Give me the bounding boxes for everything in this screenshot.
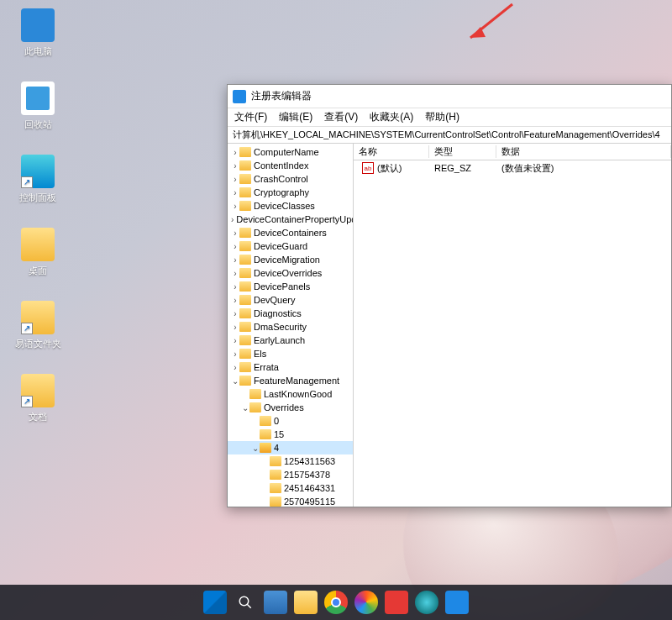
tree-item[interactable]: ›Errata bbox=[228, 360, 353, 374]
tree-item[interactable]: ›DeviceGuard bbox=[228, 239, 353, 253]
chevron-right-icon[interactable]: › bbox=[231, 161, 239, 171]
shortcut-arrow-icon: ↗ bbox=[21, 323, 33, 334]
folder-icon bbox=[239, 241, 251, 251]
tree-item[interactable]: ›CrashControl bbox=[228, 172, 353, 186]
tree-item[interactable]: ›Cryptography bbox=[228, 186, 353, 199]
chevron-down-icon[interactable]: ⌄ bbox=[241, 403, 249, 412]
chevron-right-icon[interactable]: › bbox=[231, 215, 234, 224]
folder-icon bbox=[239, 349, 251, 359]
tree-item-label: DeviceOverrides bbox=[254, 268, 322, 278]
folder-icon bbox=[270, 470, 281, 480]
chevron-down-icon[interactable]: ⌄ bbox=[251, 444, 260, 453]
tree-item[interactable]: ›DmaSecurity bbox=[228, 320, 353, 334]
tree-item[interactable]: ›DeviceContainerPropertyUpda bbox=[228, 213, 353, 226]
tree-item[interactable]: 215754378 bbox=[228, 468, 353, 481]
tree-item[interactable]: LastKnownGood bbox=[228, 387, 353, 401]
tree-item[interactable]: ›ContentIndex bbox=[228, 159, 353, 172]
tree-item-label: 215754378 bbox=[284, 470, 330, 480]
tree-item[interactable]: ›DevQuery bbox=[228, 293, 353, 307]
taskbar-app-icon[interactable] bbox=[445, 591, 469, 614]
chevron-right-icon[interactable]: › bbox=[231, 202, 239, 211]
folder-icon bbox=[239, 255, 251, 265]
folder-icon bbox=[239, 322, 251, 332]
tree-item[interactable]: ›DeviceClasses bbox=[228, 199, 353, 213]
tree-item[interactable]: ›DevicePanels bbox=[228, 280, 353, 293]
desktop-icon-label: 易语文件夹 bbox=[15, 338, 61, 350]
tree-item[interactable]: ›DeviceContainers bbox=[228, 226, 353, 239]
start-button[interactable] bbox=[203, 591, 227, 614]
chevron-right-icon[interactable]: › bbox=[231, 336, 239, 345]
file-explorer-icon[interactable] bbox=[294, 591, 318, 614]
tree-item[interactable]: 15 bbox=[228, 428, 353, 441]
chevron-right-icon[interactable]: › bbox=[231, 363, 239, 372]
menu-help[interactable]: 帮助(H) bbox=[425, 110, 459, 124]
chevron-right-icon[interactable]: › bbox=[231, 229, 239, 238]
desktop-icon-folder[interactable]: ↗文档 bbox=[8, 374, 67, 423]
chevron-right-icon[interactable]: › bbox=[231, 296, 239, 305]
regedit-window: 注册表编辑器 文件(F) 编辑(E) 查看(V) 收藏夹(A) 帮助(H) 计算… bbox=[227, 84, 672, 507]
chevron-down-icon[interactable]: ⌄ bbox=[231, 376, 239, 386]
titlebar[interactable]: 注册表编辑器 bbox=[228, 85, 671, 108]
value-row[interactable]: ab(默认)REG_SZ(数值未设置) bbox=[354, 160, 671, 176]
menu-file[interactable]: 文件(F) bbox=[234, 110, 267, 124]
folder-icon bbox=[270, 456, 281, 466]
taskbar-search-icon[interactable] bbox=[234, 591, 257, 614]
tree-item[interactable]: ⌄4 bbox=[228, 441, 353, 454]
folder-icon bbox=[239, 295, 251, 305]
tree-item[interactable]: 2570495115 bbox=[228, 495, 353, 507]
tree-item-label: DeviceMigration bbox=[254, 255, 320, 265]
chevron-right-icon[interactable]: › bbox=[231, 242, 239, 251]
desktop-icon-folder[interactable]: ↗易语文件夹 bbox=[8, 301, 67, 350]
tree-item[interactable]: ›ComputerName bbox=[228, 145, 353, 159]
desktop-icon-cpl[interactable]: ↗控制面板 bbox=[8, 155, 67, 204]
tree-item-label: Els bbox=[254, 349, 266, 359]
chevron-right-icon[interactable]: › bbox=[231, 269, 239, 278]
desktop-icon-bin[interactable]: 回收站 bbox=[8, 81, 67, 131]
chrome-icon[interactable] bbox=[324, 591, 348, 614]
tree-item[interactable]: ›Els bbox=[228, 347, 353, 360]
desktop-icon-folder[interactable]: 桌面 bbox=[8, 228, 67, 277]
tree-item-label: Overrides bbox=[264, 402, 304, 412]
tree-pane[interactable]: ›ComputerName›ContentIndex›CrashControl›… bbox=[228, 144, 354, 507]
col-header-name[interactable]: 名称 bbox=[354, 145, 429, 158]
col-header-type[interactable]: 类型 bbox=[429, 145, 496, 158]
chevron-right-icon[interactable]: › bbox=[231, 255, 239, 265]
tree-item[interactable]: 0 bbox=[228, 414, 353, 428]
menu-favorites[interactable]: 收藏夹(A) bbox=[370, 110, 413, 124]
tree-item[interactable]: 2451464331 bbox=[228, 481, 353, 495]
chevron-right-icon[interactable]: › bbox=[231, 282, 239, 292]
chevron-right-icon[interactable]: › bbox=[231, 188, 239, 197]
tree-item-label: 4 bbox=[274, 443, 279, 453]
chevron-right-icon[interactable]: › bbox=[231, 323, 239, 332]
value-data: (数值未设置) bbox=[496, 162, 671, 175]
address-bar[interactable]: 计算机\HKEY_LOCAL_MACHINE\SYSTEM\CurrentCon… bbox=[228, 127, 671, 144]
tree-item-label: DeviceContainerPropertyUpda bbox=[236, 214, 354, 224]
tree-item[interactable]: ⌄FeatureManagement bbox=[228, 374, 353, 387]
tree-item[interactable]: ›Diagnostics bbox=[228, 307, 353, 320]
desktop-icon-label: 桌面 bbox=[29, 265, 47, 277]
tree-item[interactable]: ›DeviceMigration bbox=[228, 253, 353, 266]
chevron-right-icon[interactable]: › bbox=[231, 309, 239, 318]
values-pane[interactable]: 名称 类型 数据 ab(默认)REG_SZ(数值未设置) bbox=[354, 144, 671, 507]
menu-edit[interactable]: 编辑(E) bbox=[279, 110, 312, 124]
chevron-right-icon[interactable]: › bbox=[231, 148, 239, 157]
tree-item[interactable]: 1254311563 bbox=[228, 454, 353, 468]
menu-view[interactable]: 查看(V) bbox=[324, 110, 358, 124]
chevron-right-icon[interactable]: › bbox=[231, 175, 239, 184]
values-header: 名称 类型 数据 bbox=[354, 144, 671, 160]
tree-item-label: CrashControl bbox=[254, 174, 308, 184]
tree-item[interactable]: ›EarlyLaunch bbox=[228, 334, 353, 347]
tree-item[interactable]: ›DeviceOverrides bbox=[228, 266, 353, 280]
folder-icon bbox=[239, 201, 251, 211]
tree-item-label: DeviceGuard bbox=[254, 241, 307, 251]
desktop-icon-label: 文档 bbox=[29, 411, 47, 423]
taskbar-app-icon[interactable] bbox=[415, 591, 438, 614]
desktop-icon-label: 控制面板 bbox=[19, 192, 56, 204]
col-header-data[interactable]: 数据 bbox=[496, 145, 671, 158]
taskbar-app-icon[interactable] bbox=[385, 591, 408, 614]
chevron-right-icon[interactable]: › bbox=[231, 349, 239, 359]
taskbar-app-icon[interactable] bbox=[354, 591, 378, 614]
tree-item[interactable]: ⌄Overrides bbox=[228, 401, 353, 414]
task-view-icon[interactable] bbox=[264, 591, 287, 614]
desktop-icon-pc[interactable]: 此电脑 bbox=[8, 8, 67, 58]
